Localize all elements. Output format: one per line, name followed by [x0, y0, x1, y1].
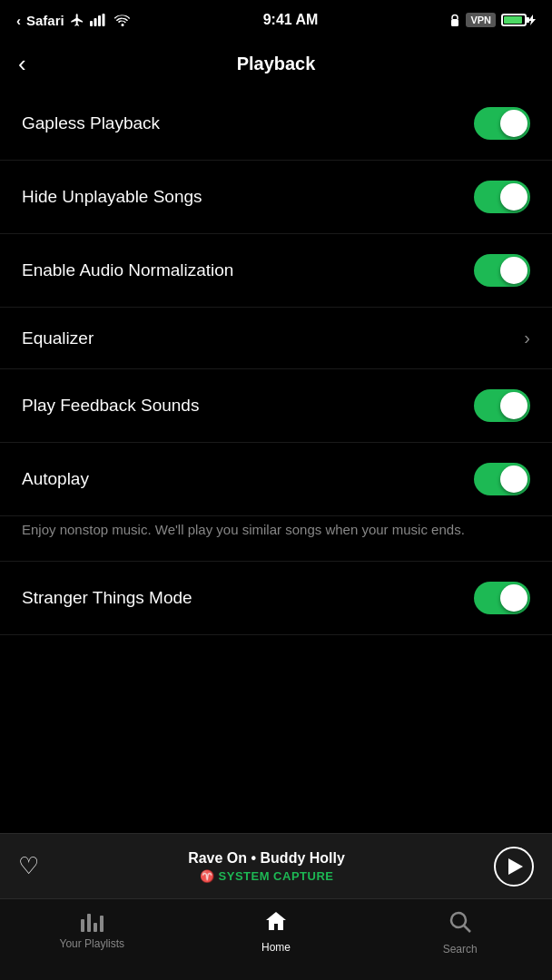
stranger-things-toggle[interactable] — [474, 582, 530, 614]
autoplay-knob — [500, 466, 527, 493]
now-playing-bar[interactable]: ♡ Rave On • Buddy Holly ♈ SYSTEM CAPTURE — [0, 833, 552, 898]
home-icon — [264, 910, 288, 936]
gapless-playback-label: Gapless Playback — [22, 113, 160, 133]
feedback-sounds-label: Play Feedback Sounds — [22, 396, 199, 416]
now-playing-source: SYSTEM CAPTURE — [219, 869, 334, 883]
svg-rect-0 — [90, 21, 93, 26]
lock-icon — [449, 14, 460, 26]
battery-indicator — [501, 14, 536, 26]
airplane-icon — [70, 13, 84, 27]
status-bar: ‹ Safari 9:41 AM VPN — [0, 0, 552, 40]
carrier-label: Safari — [26, 13, 64, 28]
page-title: Playback — [237, 54, 316, 74]
feedback-sounds-row: Play Feedback Sounds — [0, 369, 552, 443]
feedback-sounds-knob — [500, 392, 527, 419]
now-playing-center: Rave On • Buddy Holly ♈ SYSTEM CAPTURE — [39, 850, 494, 883]
status-right: VPN — [449, 13, 536, 27]
charging-icon — [528, 15, 536, 25]
hide-unplayable-label: Hide Unplayable Songs — [22, 187, 202, 207]
svg-rect-4 — [451, 19, 458, 26]
autoplay-row: Autoplay — [0, 443, 552, 516]
search-icon — [448, 910, 472, 937]
audio-normalization-knob — [500, 257, 527, 284]
svg-rect-3 — [102, 14, 104, 26]
stranger-things-knob — [500, 584, 527, 612]
settings-list: Gapless Playback Hide Unplayable Songs E… — [0, 87, 552, 635]
hide-unplayable-knob — [500, 183, 527, 211]
equalizer-label: Equalizer — [22, 328, 94, 348]
now-playing-subtitle: ♈ SYSTEM CAPTURE — [54, 869, 479, 883]
feedback-sounds-toggle[interactable] — [474, 389, 530, 422]
wifi-icon — [113, 14, 132, 26]
svg-rect-2 — [98, 15, 101, 26]
time-display: 9:41 AM — [263, 12, 319, 28]
audio-normalization-row: Enable Audio Normalization — [0, 234, 552, 308]
autoplay-toggle[interactable] — [474, 463, 530, 495]
tab-your-playlists[interactable]: Your Playlists — [0, 910, 184, 950]
autoplay-description: Enjoy nonstop music. We'll play you simi… — [0, 516, 552, 562]
hide-unplayable-toggle[interactable] — [474, 181, 530, 213]
equalizer-chevron-icon: › — [524, 328, 530, 348]
play-button[interactable] — [494, 847, 534, 887]
tab-home[interactable]: Home — [184, 910, 369, 954]
bluetooth-icon: ♈ — [200, 869, 214, 883]
home-tab-label: Home — [261, 941, 291, 954]
status-left: ‹ Safari — [16, 13, 132, 28]
heart-button[interactable]: ♡ — [18, 852, 39, 880]
audio-normalization-label: Enable Audio Normalization — [22, 260, 233, 280]
playlists-tab-label: Your Playlists — [60, 937, 125, 950]
tab-bar: Your Playlists Home Search — [0, 898, 552, 980]
gapless-playback-knob — [500, 110, 527, 137]
play-icon — [508, 858, 523, 875]
search-tab-label: Search — [443, 943, 478, 956]
svg-line-6 — [464, 926, 470, 932]
autoplay-label: Autoplay — [22, 469, 89, 489]
hide-unplayable-row: Hide Unplayable Songs — [0, 161, 552, 234]
back-arrow-status: ‹ — [16, 13, 21, 28]
now-playing-title: Rave On • Buddy Holly — [54, 850, 479, 867]
playlists-icon — [81, 910, 104, 932]
stranger-things-row: Stranger Things Mode — [0, 562, 552, 635]
gapless-playback-toggle[interactable] — [474, 107, 530, 140]
audio-normalization-toggle[interactable] — [474, 254, 530, 287]
gapless-playback-row: Gapless Playback — [0, 87, 552, 161]
svg-rect-1 — [94, 18, 96, 26]
signal-icon — [90, 14, 108, 26]
stranger-things-label: Stranger Things Mode — [22, 588, 192, 608]
tab-search[interactable]: Search — [368, 910, 552, 956]
settings-scroll-area: Gapless Playback Hide Unplayable Songs E… — [0, 87, 552, 833]
svg-point-5 — [451, 913, 466, 927]
nav-header: ‹ Playback — [0, 40, 552, 87]
vpn-badge: VPN — [466, 13, 496, 27]
back-button[interactable]: ‹ — [18, 50, 26, 78]
equalizer-row[interactable]: Equalizer › — [0, 308, 552, 369]
